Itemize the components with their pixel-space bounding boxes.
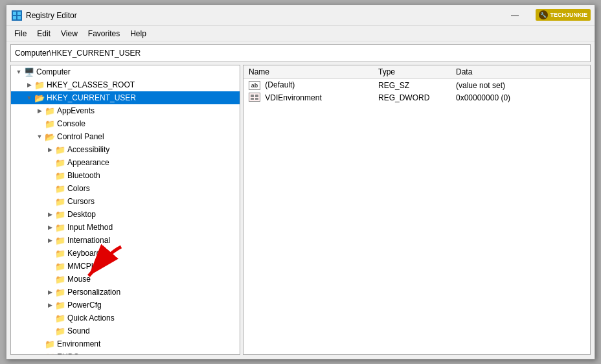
expander-bluetooth[interactable]: ▶ — [45, 170, 55, 181]
col-name[interactable]: Name — [244, 65, 373, 79]
expander-powercfg[interactable]: ▶ — [45, 300, 55, 310]
tree-item-environment[interactable]: ▶ 📁 Environment — [11, 337, 240, 350]
folder-icon-sound: 📁 — [55, 326, 65, 336]
folder-icon-input-method: 📁 — [55, 222, 65, 233]
tree-item-sound[interactable]: ▶ 📁 Sound — [11, 324, 240, 337]
expander-keyboard[interactable]: ▶ — [45, 248, 55, 258]
menu-bar: File Edit View Favorites Help — [6, 26, 595, 41]
expander-sound[interactable]: ▶ — [45, 326, 55, 336]
row-type-vdi: REG_DWORD — [373, 91, 451, 104]
expander-personalization[interactable]: ▶ — [45, 287, 55, 297]
expander-classes-root[interactable]: ▶ — [24, 80, 34, 90]
tree-item-appearance[interactable]: ▶ 📁 Appearance — [11, 156, 240, 169]
folder-icon-keyboard: 📁 — [55, 248, 65, 258]
expander-international[interactable]: ▶ — [45, 235, 55, 245]
expander-mouse[interactable]: ▶ — [45, 274, 55, 284]
tree-item-input-method[interactable]: ▶ 📁 Input Method — [11, 221, 240, 234]
tree-label-colors: Colors — [67, 184, 90, 193]
tree-label-powercfg: PowerCfg — [67, 301, 102, 310]
minimize-button[interactable]: — — [500, 5, 530, 26]
expander-current-user[interactable]: ▼ — [24, 93, 34, 103]
tree-item-current-user[interactable]: ▼ 📂 HKEY_CURRENT_USER — [11, 91, 240, 104]
tree-item-powercfg[interactable]: ▶ 📁 PowerCfg — [11, 299, 240, 312]
tree-item-mouse[interactable]: ▶ 📁 Mouse — [11, 273, 240, 286]
tree-item-keyboard[interactable]: ▶ 📁 Keyboard — [11, 247, 240, 260]
col-type[interactable]: Type — [373, 65, 451, 79]
folder-icon-console: 📁 — [45, 119, 55, 129]
folder-icon-personalization: 📁 — [55, 287, 65, 297]
tree-label-personalization: Personalization — [67, 288, 120, 297]
tree-label-accessibility: Accessibility — [67, 145, 109, 154]
tree-item-computer[interactable]: ▼ 🖥️ Computer — [11, 65, 240, 78]
tree-item-eudc[interactable]: ▶ 📁 EUDC — [11, 350, 240, 355]
expander-appearance[interactable]: ▶ — [45, 157, 55, 168]
tree-item-console[interactable]: ▶ 📁 Console — [11, 117, 240, 130]
row-data-vdi: 0x00000000 (0) — [451, 91, 590, 104]
folder-icon-powercfg: 📁 — [55, 300, 65, 310]
tree-item-international[interactable]: ▶ 📁 International — [11, 234, 240, 247]
folder-icon-current-user: 📂 — [34, 93, 45, 103]
folder-icon-appevents: 📁 — [45, 106, 55, 116]
tree-item-appevents[interactable]: ▶ 📁 AppEvents — [11, 104, 240, 117]
expander-input-method[interactable]: ▶ — [45, 222, 55, 233]
menu-file[interactable]: File — [9, 28, 32, 40]
tree-label-mouse: Mouse — [67, 275, 91, 284]
row-name-vdi-text: VDIEnvironment — [265, 93, 321, 102]
tree-pane[interactable]: ▼ 🖥️ Computer ▶ 📁 HKEY_CLASSES_ROOT ▼ 📂 … — [10, 65, 240, 355]
table-row[interactable]: ab (Default) REG_SZ (value not set) — [244, 79, 590, 92]
svg-rect-2 — [13, 16, 16, 19]
expander-environment[interactable]: ▶ — [34, 339, 45, 349]
tree-label-sound: Sound — [67, 326, 90, 336]
folder-icon-colors: 📁 — [55, 183, 65, 194]
menu-edit[interactable]: Edit — [32, 28, 56, 40]
folder-icon-control-panel: 📂 — [45, 131, 55, 142]
registry-table: Name Type Data ab (Default) REG_SZ — [244, 65, 590, 104]
app-icon — [12, 10, 22, 21]
menu-view[interactable]: View — [56, 28, 83, 40]
tree-label-input-method: Input Method — [67, 223, 113, 232]
folder-icon-accessibility: 📁 — [55, 144, 65, 155]
row-type-default: REG_SZ — [373, 79, 451, 92]
expander-quick-actions[interactable]: ▶ — [45, 313, 55, 323]
folder-icon-cursors: 📁 — [55, 196, 65, 207]
expander-control-panel[interactable]: ▼ — [34, 131, 45, 142]
expander-console[interactable]: ▶ — [34, 119, 45, 129]
window-title: Registry Editor — [26, 11, 500, 20]
watermark-text: TECHJUNKIE — [550, 12, 587, 18]
expander-appevents[interactable]: ▶ — [34, 106, 45, 116]
expander-computer[interactable]: ▼ — [14, 67, 24, 77]
tree-item-colors[interactable]: ▶ 📁 Colors — [11, 182, 240, 195]
tree-item-control-panel[interactable]: ▼ 📂 Control Panel — [11, 130, 240, 143]
folder-icon-international: 📁 — [55, 235, 65, 245]
menu-help[interactable]: Help — [125, 28, 152, 40]
tree-item-personalization[interactable]: ▶ 📁 Personalization — [11, 286, 240, 299]
expander-colors[interactable]: ▶ — [45, 183, 55, 194]
tree-item-quick-actions[interactable]: ▶ 📁 Quick Actions — [11, 312, 240, 324]
address-text: Computer\HKEY_CURRENT_USER — [15, 49, 141, 58]
folder-icon-classes-root: 📁 — [34, 80, 45, 90]
expander-desktop[interactable]: ▶ — [45, 209, 55, 220]
svg-rect-3 — [17, 16, 21, 19]
tree-item-accessibility[interactable]: ▶ 📁 Accessibility — [11, 143, 240, 156]
folder-icon-desktop: 📁 — [55, 209, 65, 220]
tree-item-bluetooth[interactable]: ▶ 📁 Bluetooth — [11, 169, 240, 182]
tree-item-mmcpl[interactable]: ▶ 📁 MMCPL — [11, 260, 240, 273]
address-bar[interactable]: Computer\HKEY_CURRENT_USER — [10, 44, 591, 62]
expander-accessibility[interactable]: ▶ — [45, 144, 55, 155]
menu-favorites[interactable]: Favorites — [83, 28, 125, 40]
tree-item-cursors[interactable]: ▶ 📁 Cursors — [11, 195, 240, 208]
registry-pane[interactable]: Name Type Data ab (Default) REG_SZ — [243, 65, 591, 355]
table-row[interactable]: VDIEnvironment REG_DWORD 0x00000000 (0) — [244, 91, 590, 104]
svg-rect-0 — [13, 12, 16, 15]
folder-icon-eudc: 📁 — [45, 352, 55, 355]
expander-eudc[interactable]: ▶ — [34, 352, 45, 355]
expander-cursors[interactable]: ▶ — [45, 196, 55, 207]
tree-label-control-panel: Control Panel — [57, 132, 104, 141]
folder-icon-mmcpl: 📁 — [55, 261, 65, 271]
main-content: ▼ 🖥️ Computer ▶ 📁 HKEY_CLASSES_ROOT ▼ 📂 … — [10, 65, 591, 355]
registry-editor-window: Registry Editor — □ ✕ File Edit View Fav… — [6, 5, 595, 359]
col-data[interactable]: Data — [451, 65, 590, 79]
tree-item-classes-root[interactable]: ▶ 📁 HKEY_CLASSES_ROOT — [11, 78, 240, 91]
tree-item-desktop[interactable]: ▶ 📁 Desktop — [11, 208, 240, 221]
expander-mmcpl[interactable]: ▶ — [45, 261, 55, 271]
